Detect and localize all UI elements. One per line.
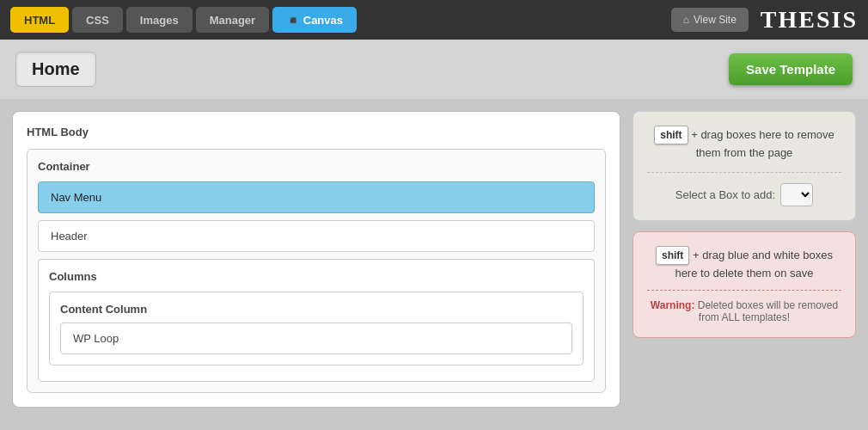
content-column-label: Content Column bbox=[60, 303, 572, 316]
title-bar: Home Save Template bbox=[0, 40, 868, 99]
top-nav: HTML CSS Images Manager ◾ Canvas ⌂ View … bbox=[0, 0, 868, 40]
main-content: HTML Body Container Nav Menu Header Colu… bbox=[0, 99, 868, 420]
thesis-logo: THESIS bbox=[761, 6, 858, 34]
select-box-dropdown[interactable] bbox=[780, 183, 813, 206]
right-panel: shift + drag boxes here to remove them f… bbox=[633, 111, 856, 408]
header-box[interactable]: Header bbox=[38, 220, 595, 252]
nav-menu-box[interactable]: Nav Menu bbox=[38, 181, 595, 213]
drag-remove-box: shift + drag boxes here to remove them f… bbox=[633, 111, 856, 221]
tab-manager[interactable]: Manager bbox=[196, 7, 269, 33]
columns-box: Columns Content Column WP Loop bbox=[38, 259, 595, 382]
nav-tabs: HTML CSS Images Manager ◾ Canvas bbox=[10, 7, 357, 33]
drag-remove-text: shift + drag boxes here to remove them f… bbox=[647, 126, 841, 162]
select-box-row: Select a Box to add: bbox=[647, 172, 841, 206]
tab-canvas[interactable]: ◾ Canvas bbox=[272, 7, 357, 33]
canvas-icon: ◾ bbox=[286, 14, 303, 27]
content-column-box: Content Column WP Loop bbox=[49, 292, 584, 366]
tab-css[interactable]: CSS bbox=[72, 7, 123, 33]
home-icon: ⌂ bbox=[683, 14, 689, 26]
select-box-label: Select a Box to add: bbox=[675, 188, 775, 201]
delete-text: + drag blue and white boxes here to dele… bbox=[675, 249, 833, 280]
drag-delete-box: shift + drag blue and white boxes here t… bbox=[633, 231, 856, 339]
tab-images[interactable]: Images bbox=[126, 7, 193, 33]
warning-bold: Warning: bbox=[651, 299, 695, 311]
container-box: Container Nav Menu Header Columns Conten… bbox=[27, 149, 606, 393]
wp-loop-box[interactable]: WP Loop bbox=[60, 322, 572, 354]
container-label: Container bbox=[38, 160, 595, 173]
page-title: Home bbox=[15, 52, 96, 87]
warning-box: Warning: Deleted boxes will be removed f… bbox=[647, 290, 841, 323]
view-site-button[interactable]: ⌂ View Site bbox=[671, 8, 749, 32]
warning-text: Deleted boxes will be removed from ALL t… bbox=[698, 299, 838, 323]
drag-delete-text: shift + drag blue and white boxes here t… bbox=[647, 246, 841, 282]
nav-right: ⌂ View Site THESIS bbox=[671, 6, 858, 34]
remove-text: + drag boxes here to remove them from th… bbox=[691, 128, 834, 159]
shift-key-delete: shift bbox=[656, 246, 689, 265]
columns-label: Columns bbox=[49, 270, 584, 283]
shift-key-remove: shift bbox=[654, 126, 688, 144]
html-body-label: HTML Body bbox=[27, 126, 606, 138]
save-template-button[interactable]: Save Template bbox=[729, 53, 853, 85]
tab-html[interactable]: HTML bbox=[10, 7, 69, 33]
left-panel: HTML Body Container Nav Menu Header Colu… bbox=[12, 111, 620, 408]
